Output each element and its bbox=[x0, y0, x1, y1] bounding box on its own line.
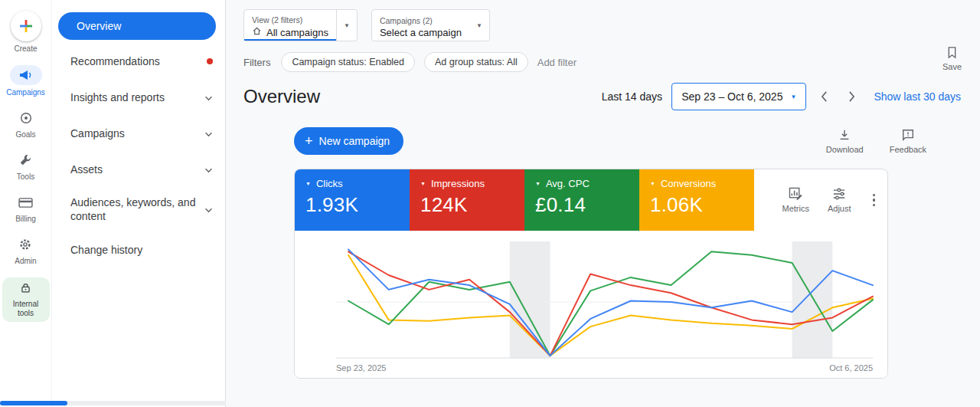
campaign-selector-label: Campaigns (2) bbox=[380, 16, 462, 25]
new-campaign-label: New campaign bbox=[319, 135, 390, 147]
goals-label: Goals bbox=[15, 130, 35, 139]
sidebar-overview-label: Overview bbox=[77, 20, 121, 32]
rail-item-billing[interactable]: Billing bbox=[15, 193, 36, 224]
metric-card-conversions[interactable]: ▼Conversions 1.06K bbox=[639, 169, 754, 231]
line-chart-svg: Sep 23, 2025Oct 6, 2025 bbox=[295, 231, 887, 378]
chevron-down-icon bbox=[204, 163, 213, 176]
create-label: Create bbox=[14, 44, 37, 54]
rail-item-tools[interactable]: Tools bbox=[17, 151, 34, 182]
adjust-button-label: Adjust bbox=[828, 204, 851, 213]
sidebar-item-recommendations[interactable]: Recommendations bbox=[52, 43, 225, 79]
metric-tabs: ▼Clicks 1.93K ▼Impressions 124K ▼Avg. CP… bbox=[295, 169, 887, 231]
save-bookmark-icon bbox=[946, 46, 958, 61]
chevron-down-icon bbox=[204, 202, 213, 216]
view-selector-value: All campaigns bbox=[266, 27, 328, 38]
sidebar-recommendations-label: Recommendations bbox=[70, 55, 207, 67]
metrics-button[interactable]: Metrics bbox=[782, 187, 808, 213]
scope-selectors: View (2 filters) All campaigns ▼ Campaig… bbox=[243, 0, 980, 41]
google-ads-app: Create Campaigns Goals bbox=[0, 0, 980, 407]
view-selector-caret-icon[interactable]: ▼ bbox=[336, 10, 357, 41]
metric-card-clicks[interactable]: ▼Clicks 1.93K bbox=[295, 169, 410, 231]
overview-performance-card: ▼Clicks 1.93K ▼Impressions 124K ▼Avg. CP… bbox=[294, 169, 888, 379]
campaign-selector-value: Select a campaign bbox=[380, 27, 462, 38]
sidebar-item-assets[interactable]: Assets bbox=[52, 151, 225, 187]
rail-item-campaigns[interactable]: Campaigns bbox=[6, 65, 45, 97]
campaign-selector-main[interactable]: Campaigns (2) Select a campaign bbox=[372, 10, 469, 41]
next-period-button[interactable] bbox=[841, 87, 861, 107]
performance-line-chart[interactable]: Sep 23, 2025Oct 6, 2025 bbox=[295, 231, 887, 378]
download-button[interactable]: Download bbox=[826, 128, 864, 154]
view-selector-main[interactable]: View (2 filters) All campaigns bbox=[244, 10, 336, 41]
metric-card-avg-cpc[interactable]: ▼Avg. CPC £0.14 bbox=[524, 169, 639, 231]
feedback-button[interactable]: Feedback bbox=[890, 128, 926, 154]
tools-label: Tools bbox=[17, 172, 34, 182]
campaign-selector[interactable]: Campaigns (2) Select a campaign ▼ bbox=[371, 9, 490, 41]
left-icon-rail: Create Campaigns Goals bbox=[0, 0, 52, 407]
previous-period-button[interactable] bbox=[814, 87, 834, 107]
metric-avg-cpc-value: £0.14 bbox=[535, 193, 629, 217]
campaigns-label: Campaigns bbox=[6, 88, 45, 97]
download-label: Download bbox=[826, 145, 864, 154]
main-content: View (2 filters) All campaigns ▼ Campaig… bbox=[226, 0, 980, 407]
admin-label: Admin bbox=[15, 257, 36, 266]
plus-icon: + bbox=[305, 134, 313, 148]
billing-label: Billing bbox=[15, 215, 36, 224]
sidebar-item-overview[interactable]: Overview bbox=[58, 12, 216, 40]
more-options-kebab-icon[interactable] bbox=[870, 192, 879, 208]
sidebar-insights-label: Insights and reports bbox=[70, 91, 204, 103]
add-filter-button[interactable]: Add filter bbox=[537, 57, 577, 68]
create-button[interactable]: Create bbox=[11, 11, 41, 54]
billing-card-icon bbox=[18, 193, 33, 212]
sidebar-item-audiences-keywords-content[interactable]: Audiences, keywords, and content bbox=[52, 187, 225, 231]
svg-text:Sep 23, 2025: Sep 23, 2025 bbox=[336, 363, 386, 373]
adjust-button[interactable]: Adjust bbox=[828, 187, 851, 213]
horizontal-scrollbar[interactable] bbox=[0, 401, 226, 405]
view-selector[interactable]: View (2 filters) All campaigns ▼ bbox=[243, 9, 358, 41]
sidebar-audiences-label: Audiences, keywords, and content bbox=[70, 195, 204, 223]
overview-header: Overview Last 14 days Sep 23 – Oct 6, 20… bbox=[243, 83, 980, 110]
metric-caret-icon: ▼ bbox=[535, 181, 541, 186]
save-label: Save bbox=[942, 62, 962, 71]
filter-chip-campaign-status[interactable]: Campaign status: Enabled bbox=[281, 52, 415, 72]
goals-icon bbox=[19, 109, 33, 127]
wrench-icon bbox=[18, 151, 32, 169]
internal-tools-label: Internal tools bbox=[5, 300, 47, 318]
rail-item-goals[interactable]: Goals bbox=[15, 109, 35, 139]
internal-tools-box: Internal tools bbox=[2, 277, 50, 322]
filters-label: Filters bbox=[243, 57, 270, 68]
sidebar-item-campaigns[interactable]: Campaigns bbox=[52, 115, 225, 151]
feedback-label: Feedback bbox=[890, 145, 926, 154]
metric-card-impressions[interactable]: ▼Impressions 124K bbox=[410, 169, 524, 231]
sidebar-campaigns-label: Campaigns bbox=[70, 127, 204, 139]
new-campaign-button[interactable]: + New campaign bbox=[294, 127, 403, 155]
campaigns-sidebar: Overview Recommendations Insights and re… bbox=[52, 0, 226, 407]
save-button[interactable]: Save bbox=[942, 46, 962, 71]
date-range-picker[interactable]: Sep 23 – Oct 6, 2025 ▼ bbox=[671, 83, 806, 110]
metric-impressions-label: Impressions bbox=[431, 178, 485, 189]
sidebar-item-insights-and-reports[interactable]: Insights and reports bbox=[52, 79, 225, 115]
scrollbar-thumb[interactable] bbox=[0, 401, 67, 405]
metric-clicks-value: 1.93K bbox=[305, 193, 399, 217]
show-last-30-days-link[interactable]: Show last 30 days bbox=[874, 90, 961, 103]
rail-item-internal-tools[interactable]: Internal tools bbox=[2, 277, 50, 322]
metric-conversions-value: 1.06K bbox=[650, 193, 743, 217]
megaphone-icon bbox=[10, 65, 42, 85]
rail-item-admin[interactable]: Admin bbox=[15, 235, 36, 266]
metric-caret-icon: ▼ bbox=[420, 181, 426, 186]
view-selector-label: View (2 filters) bbox=[252, 15, 328, 25]
chevron-down-icon bbox=[204, 91, 213, 103]
metric-caret-icon: ▼ bbox=[650, 181, 655, 186]
metrics-chart-icon bbox=[789, 187, 803, 202]
lock-icon bbox=[20, 282, 31, 297]
metric-clicks-label: Clicks bbox=[316, 178, 343, 189]
gear-icon bbox=[18, 235, 32, 254]
campaign-selector-caret-icon[interactable]: ▼ bbox=[469, 10, 489, 41]
filter-chip-ad-group-status[interactable]: Ad group status: All bbox=[424, 52, 528, 72]
sidebar-item-change-history[interactable]: Change history bbox=[52, 231, 225, 268]
feedback-icon bbox=[901, 128, 915, 143]
metric-conversions-label: Conversions bbox=[661, 178, 716, 189]
sidebar-change-history-label: Change history bbox=[70, 244, 213, 256]
adjust-sliders-icon bbox=[832, 187, 846, 202]
page-title: Overview bbox=[243, 86, 320, 107]
svg-text:Oct 6, 2025: Oct 6, 2025 bbox=[829, 363, 873, 373]
